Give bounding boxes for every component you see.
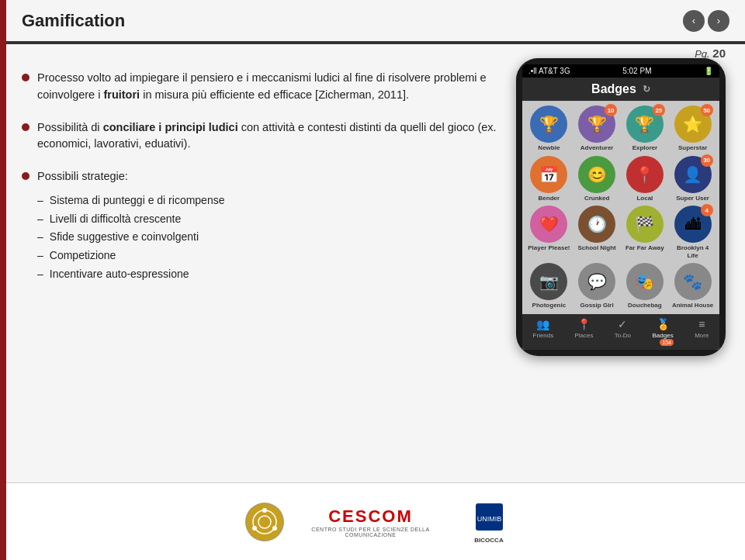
badge-bender: 📅 Bender (527, 156, 571, 202)
bicocca-logo: UNIMIB BICOCCA (472, 500, 507, 544)
badge-explorer: 🏆25 Explorer (623, 105, 667, 152)
nav-buttons: ‹ › (683, 10, 729, 32)
badge-faraway: 🏁 Far Far Away (623, 206, 667, 259)
time-label: 5:02 PM (622, 67, 651, 75)
prev-button[interactable]: ‹ (683, 10, 705, 32)
badge-adventurer: 🏆10 Adventurer (575, 105, 619, 152)
tab-todo-label: To-Do (615, 332, 631, 339)
badge-circle-faraway: 🏁 (626, 206, 664, 243)
tab-todo[interactable]: ✓ To-Do (615, 318, 631, 346)
badge-num-brooklyn: 4 (701, 204, 713, 216)
list-item-4: Competizione (37, 247, 224, 265)
phone-tab-bar: 👥 Friends 📍 Places ✓ To-Do 🏅 Badges (522, 314, 719, 350)
badge-circle-gossipgirl: 💬 (578, 263, 615, 300)
bullet-dot-2 (22, 123, 29, 131)
svg-text:UNIMIB: UNIMIB (476, 515, 501, 523)
battery-icon: 🔋 (704, 67, 713, 75)
badges-count: 154 (660, 339, 674, 346)
badge-label-player: Player Please! (528, 244, 570, 252)
phone-mockup: .•ll AT&T 3G 5:02 PM 🔋 Badges ↻ 🏆 Newbie (516, 58, 726, 356)
badge-label-superstar: Superstar (678, 144, 707, 152)
more-icon: ≡ (698, 318, 705, 330)
badge-label-adventurer: Adventurer (580, 144, 614, 152)
badge-circle-superuser: 👤30 (674, 156, 712, 193)
badge-circle-superstar: ⭐50 (674, 105, 712, 143)
badge-circle-local: 📍 (626, 156, 664, 193)
badge-circle-explorer: 🏆25 (626, 105, 664, 143)
list-item-1: Sistema di punteggi e di ricompense (37, 192, 224, 210)
badge-label-faraway: Far Far Away (625, 244, 664, 252)
phone-column: .•ll AT&T 3G 5:02 PM 🔋 Badges ↻ 🏆 Newbie (512, 54, 729, 475)
badges-grid: 🏆 Newbie 🏆10 Adventurer 🏆25 Explorer ⭐50… (522, 101, 719, 314)
bold-fruitori: fruitori (103, 88, 140, 101)
bullet-item-3: Possibili strategie: Sistema di punteggi… (22, 168, 497, 284)
cescom-logo: CESCOM CENTRO STUDI PER LE SCIENZE DELLA… (245, 503, 449, 541)
badge-label-bender: Bender (539, 195, 560, 202)
bullet-text-2: Possibilità di conciliare i principi lud… (37, 119, 497, 154)
svg-point-5 (252, 526, 257, 531)
strategie-list: Sistema di punteggi e di ricompense Live… (37, 192, 224, 284)
tab-badges[interactable]: 🏅 Badges 154 (652, 318, 674, 346)
svg-point-3 (262, 508, 267, 513)
bullet-text-3: Possibili strategie: Sistema di punteggi… (37, 168, 224, 284)
badge-label-crunked: Crunked (584, 195, 609, 202)
badge-gossipgirl: 💬 Gossip Girl (575, 263, 619, 309)
badge-circle-photogenic: 📷 (530, 263, 567, 300)
badge-brooklyn: 🏙4 Brooklyn 4 Life (670, 206, 715, 259)
tab-places[interactable]: 📍 Places (574, 318, 593, 346)
tab-more-label: More (695, 332, 709, 339)
phone-title-bar: Badges ↻ (522, 78, 719, 101)
badge-newbie: 🏆 Newbie (527, 105, 571, 152)
header: Gamification ‹ › (6, 0, 745, 43)
tab-friends-label: Friends (533, 332, 554, 339)
badge-label-superuser: Super User (676, 195, 709, 202)
cescom-emblem-svg (245, 503, 284, 541)
badge-num-adventurer: 10 (605, 104, 617, 116)
badges-icon: 🏅 (657, 318, 670, 330)
badge-num-superuser: 30 (701, 154, 713, 167)
badge-circle-bender: 📅 (530, 156, 567, 193)
badge-schoolnight: 🕐 School Night (575, 206, 619, 259)
badge-player: ❤️ Player Please! (527, 206, 571, 259)
svg-point-4 (272, 526, 277, 531)
footer: CESCOM CENTRO STUDI PER LE SCIENZE DELLA… (6, 482, 745, 560)
badge-circle-schoolnight: 🕐 (578, 206, 615, 243)
cescom-circle-emblem (245, 503, 284, 541)
bicocca-emblem-svg: UNIMIB (472, 500, 507, 534)
page-title: Gamification (22, 11, 125, 31)
phone-status-bar: .•ll AT&T 3G 5:02 PM 🔋 (522, 64, 719, 78)
badges-title: Badges (591, 82, 636, 96)
bullet-dot-3 (22, 172, 29, 180)
bullet-dot-1 (22, 74, 29, 81)
cescom-main-label: CESCOM (293, 506, 449, 527)
phone-screen: .•ll AT&T 3G 5:02 PM 🔋 Badges ↻ 🏆 Newbie (522, 64, 719, 350)
badge-douchebag: 🎭 Douchebag (623, 263, 667, 309)
refresh-icon: ↻ (643, 84, 650, 95)
next-button[interactable]: › (708, 10, 729, 32)
main-content: Processo volto ad impiegare il pensiero … (6, 43, 745, 482)
bullet-text-1: Processo volto ad impiegare il pensiero … (37, 70, 497, 104)
badge-label-photogenic: Photogenic (532, 302, 567, 309)
badge-num-explorer: 25 (653, 104, 665, 116)
badge-circle-player: ❤️ (530, 206, 567, 243)
badge-crunked: 😊 Crunked (575, 156, 619, 202)
badge-superuser: 👤30 Super User (670, 156, 715, 202)
todo-icon: ✓ (618, 318, 627, 330)
badge-label-douchebag: Douchebag (628, 302, 662, 309)
cescom-text: CESCOM CENTRO STUDI PER LE SCIENZE DELLA… (293, 506, 449, 538)
list-item-3: Sfide suggestive e coinvolgenti (37, 228, 224, 247)
left-accent-bar (0, 0, 6, 560)
tab-friends[interactable]: 👥 Friends (533, 318, 554, 346)
badge-label-local: Local (636, 195, 653, 202)
friends-icon: 👥 (536, 318, 549, 330)
list-item-2: Livelli di difficoltà crescente (37, 210, 224, 229)
bullet-item-1: Processo volto ad impiegare il pensiero … (22, 70, 497, 104)
badge-label-explorer: Explorer (632, 144, 657, 152)
badge-label-newbie: Newbie (538, 144, 560, 152)
list-item-5: Incentivare auto-espressione (37, 265, 224, 284)
bicocca-text: BICOCCA (474, 537, 503, 544)
tab-more[interactable]: ≡ More (695, 318, 709, 346)
badge-label-schoolnight: School Night (577, 244, 615, 252)
badge-circle-adventurer: 🏆10 (578, 105, 615, 143)
tab-badges-label: Badges (653, 332, 674, 339)
